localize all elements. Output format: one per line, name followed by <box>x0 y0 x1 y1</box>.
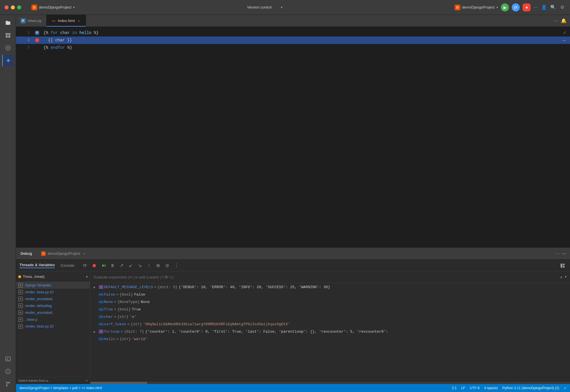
var-name[interactable]: DEFAULT_MESSAGE_LEVELS <box>104 285 153 289</box>
var-name[interactable]: True <box>104 307 113 312</box>
frame-item[interactable]: ⊞ render, base.py:10 <box>16 323 90 330</box>
add-watch-icon[interactable]: + <box>560 275 563 280</box>
code-line-1: 1 P {% for char in hello %} <box>16 29 570 37</box>
sidebar-item-git[interactable] <box>2 378 14 390</box>
var-icon: 1001 <box>99 315 103 319</box>
scrollbar-thumb[interactable] <box>90 382 147 384</box>
svg-point-14 <box>6 385 7 386</box>
eval-chevron-icon[interactable]: ▾ <box>565 275 567 280</box>
stop-debug-button[interactable] <box>90 262 98 270</box>
expand-arrow[interactable]: ▶ <box>94 285 98 289</box>
pause-button[interactable]: ⏸ <box>109 262 117 270</box>
variable-item: ▶ ≡ DEFAULT_MESSAGE_LEVELS = {dict: 5} {… <box>90 284 570 292</box>
breakpoint-marker: – <box>563 37 567 44</box>
sidebar-item-structure[interactable] <box>2 30 14 41</box>
cursor-position[interactable]: 2:1 <box>452 386 457 390</box>
project-selector[interactable]: D demoDjangoProject ▾ <box>31 5 75 10</box>
stop-button[interactable]: ■ <box>523 3 531 11</box>
svg-rect-1 <box>8 33 10 35</box>
var-value: {'DEBUG': 10, 'ERROR': 40, 'INFO': 20, '… <box>179 285 330 289</box>
account-icon[interactable]: 👤 <box>541 4 547 11</box>
debug-project-icon: D <box>41 251 46 256</box>
close-button[interactable] <box>5 5 9 9</box>
run-project-selector[interactable]: D demoDjangoProject ▾ <box>455 5 498 10</box>
python-line-icon: P <box>34 31 40 35</box>
tab-close-index[interactable]: × <box>77 19 81 23</box>
debug-run-button[interactable]: ⟳ <box>512 3 520 11</box>
frame-item[interactable]: ⊞ Django Template, <box>16 282 90 289</box>
sidebar-item-terminal[interactable] <box>2 353 14 365</box>
debug-more-icon[interactable]: ⋯ <box>555 251 560 256</box>
search-icon[interactable]: 🔍 <box>550 4 556 11</box>
close-frames-icon[interactable]: × <box>86 379 88 382</box>
maximize-button[interactable] <box>17 5 21 9</box>
svg-rect-20 <box>563 266 565 268</box>
tab-debug-project[interactable]: D demoDjangoProject × <box>37 248 91 259</box>
var-name[interactable]: False <box>104 292 115 297</box>
run-project-name: demoDjangoProject <box>462 5 495 9</box>
variable-item: 1001 True = {bool} True <box>90 306 570 314</box>
sidebar-item-debug[interactable] <box>2 55 14 66</box>
thread-chevron[interactable]: ▾ <box>86 275 88 279</box>
frame-item[interactable]: ⊞ , base.p <box>16 316 90 323</box>
svg-rect-3 <box>8 36 10 38</box>
tab-close-debug[interactable]: × <box>82 251 87 256</box>
evaluate-button[interactable]: ⊕ <box>154 262 162 270</box>
var-name[interactable]: char <box>104 315 113 319</box>
run-project-icon: D <box>455 5 460 10</box>
resume-button[interactable] <box>99 262 107 270</box>
frame-item[interactable]: ⊞ render_annotated, <box>16 296 90 302</box>
sidebar-item-run[interactable] <box>2 42 14 54</box>
svg-rect-2 <box>6 36 8 38</box>
clear-button[interactable]: ⊘ <box>163 262 171 270</box>
tab-index[interactable]: <> index.html × <box>47 15 86 27</box>
more-debug-icon[interactable]: ⋮ <box>172 262 180 270</box>
horizontal-scrollbar[interactable] <box>90 382 570 384</box>
var-name[interactable]: None <box>104 300 113 304</box>
line-ending[interactable]: LF <box>461 386 465 390</box>
editor-content[interactable]: 1 P {% for char in hello %} <box>16 27 570 247</box>
breakpoint-icon <box>34 38 40 42</box>
console-tab[interactable]: Console <box>61 263 74 268</box>
content-area: P views.py <> index.html × ⋯ 🔔 1 P <box>16 15 570 392</box>
more-options-icon[interactable]: ⋯ <box>533 5 538 10</box>
var-name[interactable]: csrf_token <box>104 322 126 326</box>
frame-name: render_annotated, <box>25 311 53 315</box>
editor-tab-bar: P views.py <> index.html × ⋯ 🔔 <box>16 15 570 27</box>
expand-arrow[interactable]: ▶ <box>94 330 98 334</box>
editor-more-icon[interactable]: ⋯ <box>554 18 559 23</box>
minimize-button[interactable] <box>11 5 15 9</box>
run-to-cursor-button[interactable]: ↑ <box>145 262 153 270</box>
sidebar-item-folder[interactable] <box>2 17 14 29</box>
python-version[interactable]: Python 3.11 (demoDjangoProject) (2) <box>502 386 559 390</box>
var-name[interactable]: forloop <box>104 330 120 334</box>
expand-icon[interactable]: ⤢ <box>564 386 567 390</box>
frame-item[interactable]: ⊞ render, defaulttag <box>16 302 90 309</box>
breadcrumb[interactable]: demoDjangoProject > templates > poll > <… <box>19 386 102 390</box>
project-chevron: ▾ <box>73 5 75 9</box>
threads-variables-tab[interactable]: Threads & Variables <box>19 263 55 268</box>
sidebar-item-problems[interactable] <box>2 366 14 377</box>
eval-input[interactable] <box>94 275 558 279</box>
html-icon: <> <box>51 18 56 23</box>
tab-debug[interactable]: Debug <box>16 248 37 259</box>
version-control[interactable]: Version control <box>247 5 272 9</box>
rerun-button[interactable]: ⟳ <box>81 262 89 270</box>
var-name[interactable]: hello <box>104 337 115 341</box>
layout-icon[interactable] <box>559 262 567 270</box>
var-value: 'w' <box>130 315 136 319</box>
step-into-button[interactable]: ↙ <box>127 262 135 270</box>
debug-minimize-icon[interactable]: — <box>562 251 567 256</box>
tab-views[interactable]: P views.py <box>16 15 47 27</box>
frame-item[interactable]: ⊞ render_annotated, <box>16 309 90 316</box>
left-sidebar <box>0 15 16 392</box>
indent[interactable]: 4 spaces <box>484 386 498 390</box>
python-icon: P <box>21 18 26 23</box>
frame-item[interactable]: ⊞ render, base.py:10 <box>16 289 90 296</box>
step-out-button[interactable]: ↘ <box>136 262 144 270</box>
step-over-button[interactable]: ↗ <box>118 262 126 270</box>
settings-icon[interactable]: ⚙ <box>559 4 565 11</box>
run-button[interactable]: ▶ <box>501 3 509 11</box>
charset[interactable]: UTF-8 <box>470 386 479 390</box>
notifications-icon[interactable]: 🔔 <box>561 18 567 23</box>
